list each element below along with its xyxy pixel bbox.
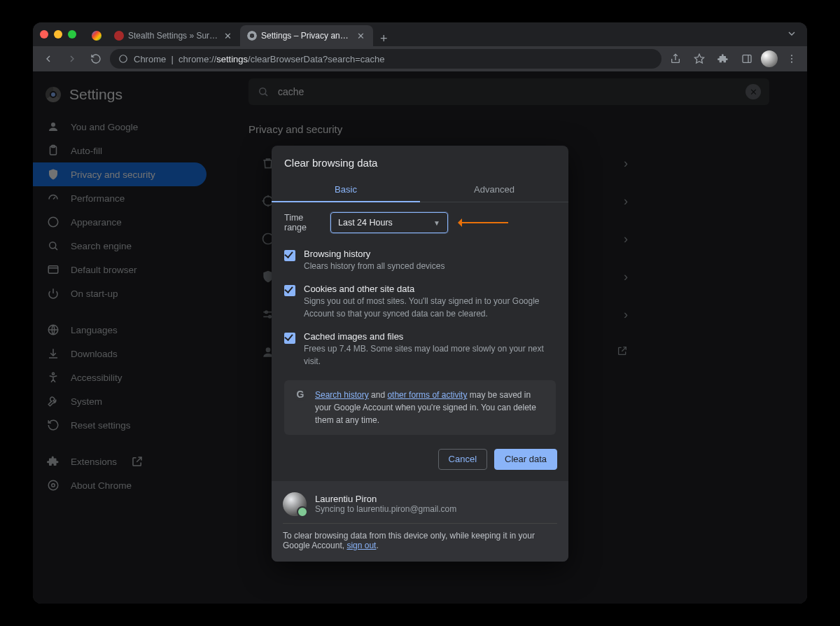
tab-advanced[interactable]: Advanced	[420, 177, 568, 202]
time-range-row: Time range Last 24 Hours ▼	[284, 212, 556, 233]
footer-text: To clear browsing data from this device …	[283, 531, 557, 550]
tab-stealth-settings[interactable]: Stealth Settings » Sursa de tut ✕	[107, 25, 240, 46]
sidebar-item-label: Languages	[71, 325, 118, 335]
search-icon	[47, 239, 59, 252]
settings-search[interactable]: ✕	[248, 78, 769, 105]
time-range-select[interactable]: Last 24 Hours ▼	[330, 212, 448, 233]
svg-line-14	[55, 248, 57, 250]
option-desc: Frees up 7.4 MB. Some sites may load mor…	[304, 343, 556, 368]
app-title: Settings	[69, 86, 122, 103]
time-range-label: Time range	[284, 213, 323, 232]
clear-search-icon[interactable]: ✕	[746, 84, 761, 99]
sidepanel-icon[interactable]	[737, 49, 757, 69]
svg-point-20	[48, 480, 58, 490]
chrome-icon	[47, 479, 59, 492]
sidebar-item-label: Auto-fill	[71, 146, 102, 156]
sidebar-item-reset[interactable]: Reset settings	[33, 413, 206, 437]
bookmark-icon[interactable]	[690, 49, 709, 69]
settings-page: Settings You and Google Auto-fill Privac…	[33, 71, 807, 604]
sidebar-item-appearance[interactable]: Appearance	[33, 210, 206, 234]
tab-overflow-icon[interactable]	[786, 28, 807, 41]
link-search-history[interactable]: Search history	[315, 390, 369, 400]
close-window[interactable]	[40, 30, 48, 39]
maximize-window[interactable]	[68, 30, 76, 39]
extensions-icon[interactable]	[713, 49, 733, 69]
chevron-right-icon: ›	[624, 270, 628, 284]
chevron-right-icon: ›	[624, 232, 628, 246]
info-box: G Search history and other forms of acti…	[284, 380, 556, 435]
svg-point-0	[120, 55, 127, 63]
sidebar-item-on-startup[interactable]: On start-up	[33, 281, 206, 305]
favicon-icon	[114, 31, 124, 41]
minimize-window[interactable]	[54, 30, 62, 39]
cancel-button[interactable]: Cancel	[438, 449, 487, 470]
menu-icon[interactable]	[782, 49, 802, 69]
extensions-icon	[47, 455, 59, 468]
svg-point-8	[51, 123, 55, 127]
profile-avatar[interactable]	[761, 50, 778, 67]
checkbox-checked[interactable]	[284, 333, 295, 344]
link-sign-out[interactable]: sign out	[346, 541, 376, 550]
caret-down-icon: ▼	[433, 219, 440, 227]
sidebar-item-accessibility[interactable]: Accessibility	[33, 366, 206, 389]
reload-button[interactable]	[86, 49, 106, 69]
chevron-right-icon: ›	[624, 156, 628, 171]
chrome-logo-icon	[46, 87, 61, 102]
browser-icon	[47, 263, 59, 276]
dialog-footer: Laurentiu Piron Syncing to laurentiu.pir…	[272, 481, 568, 562]
clear-data-button[interactable]: Clear data	[494, 449, 557, 470]
google-logo-icon: G	[294, 389, 307, 401]
profile-sync: Syncing to laurentiu.piron@gmail.com	[315, 504, 456, 514]
option-cached[interactable]: Cached images and files Frees up 7.4 MB.…	[284, 326, 556, 373]
chevron-right-icon: ›	[624, 307, 628, 322]
sidebar-item-label: Accessibility	[71, 373, 122, 383]
tab-label: Settings – Privacy and security	[261, 31, 351, 41]
profile-row: Laurentiu Piron Syncing to laurentiu.pir…	[283, 489, 557, 524]
back-button[interactable]	[38, 49, 58, 69]
sidebar-item-search-engine[interactable]: Search engine	[33, 234, 206, 258]
site-info-icon	[118, 54, 128, 64]
palette-icon	[47, 216, 59, 228]
settings-search-input[interactable]	[278, 86, 737, 97]
close-tab-icon[interactable]: ✕	[223, 31, 233, 41]
option-desc: Clears history from all synced devices	[304, 260, 444, 272]
sidebar-item-system[interactable]: System	[33, 389, 206, 413]
svg-point-34	[266, 347, 271, 352]
tab-inactive-favicon[interactable]	[88, 25, 107, 46]
search-icon	[257, 85, 270, 98]
omnibox[interactable]: Chrome | chrome://settings/clearBrowserD…	[110, 49, 662, 69]
tab-basic[interactable]: Basic	[272, 177, 420, 202]
sidebar-item-you-and-google[interactable]: You and Google	[33, 115, 206, 139]
option-browsing-history[interactable]: Browsing history Clears history from all…	[284, 243, 556, 278]
section-title: Privacy and security	[248, 123, 342, 135]
link-other-activity[interactable]: other forms of activity	[387, 390, 467, 400]
dialog-actions: Cancel Clear data	[272, 439, 568, 481]
checkbox-checked[interactable]	[284, 285, 295, 296]
power-icon	[47, 287, 59, 300]
sidebar-item-privacy[interactable]: Privacy and security	[33, 162, 206, 186]
option-cookies[interactable]: Cookies and other site data Signs you ou…	[284, 278, 556, 326]
annotation-arrow	[461, 222, 508, 223]
tab-settings-privacy[interactable]: Settings – Privacy and security ✕	[240, 25, 373, 46]
chevron-right-icon: ›	[624, 194, 628, 209]
profile-name: Laurentiu Piron	[315, 494, 456, 504]
app-header: Settings	[33, 77, 215, 115]
sidebar-item-downloads[interactable]: Downloads	[33, 342, 206, 366]
sidebar-item-extensions[interactable]: Extensions	[33, 450, 206, 473]
sidebar-item-about[interactable]: About Chrome	[33, 473, 206, 497]
tabs: Stealth Settings » Sursa de tut ✕ Settin…	[88, 22, 395, 46]
sidebar-item-default-browser[interactable]: Default browser	[33, 258, 206, 281]
toolbar: Chrome | chrome://settings/clearBrowserD…	[33, 46, 807, 71]
close-tab-icon[interactable]: ✕	[356, 31, 366, 41]
sidebar-item-performance[interactable]: Performance	[33, 186, 206, 210]
checkbox-checked[interactable]	[284, 250, 295, 261]
svg-line-23	[265, 94, 267, 96]
gear-icon	[247, 31, 257, 41]
svg-point-19	[52, 373, 55, 375]
sidebar-item-autofill[interactable]: Auto-fill	[33, 139, 206, 162]
new-tab-button[interactable]: +	[373, 32, 395, 46]
forward-button[interactable]	[62, 49, 82, 69]
window-controls	[40, 30, 76, 39]
share-icon[interactable]	[666, 49, 685, 69]
sidebar-item-languages[interactable]: Languages	[33, 318, 206, 342]
